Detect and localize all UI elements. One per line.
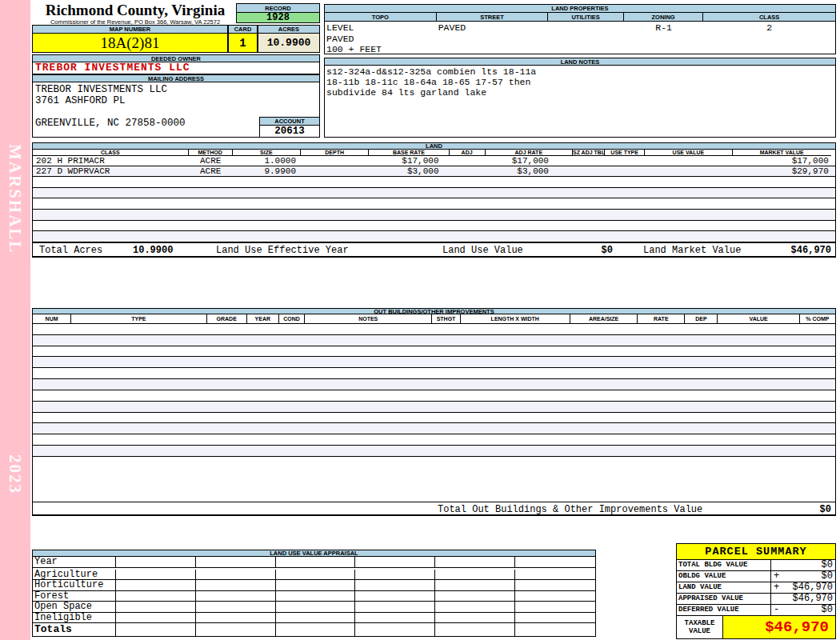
lua-cell bbox=[116, 570, 196, 580]
ob-col-dep: DEP bbox=[685, 314, 718, 324]
summary-row: DEFERRED VALUE -$0 bbox=[677, 605, 835, 616]
account-label: ACCOUNT bbox=[259, 117, 320, 126]
lua-cell bbox=[355, 570, 435, 580]
address-line: 3761 ASHFORD PL bbox=[35, 95, 319, 106]
parcel-summary-title: PARCEL SUMMARY bbox=[677, 544, 835, 560]
land-col-size: SIZE bbox=[233, 150, 301, 156]
land-row: 202 H PRIMACR ACRE 1.0000 $17,000 $17,00… bbox=[32, 156, 836, 166]
land-properties-section: LAND PROPERTIES TOPO STREET UTILITIES ZO… bbox=[324, 4, 836, 54]
row-value: $0 bbox=[822, 560, 833, 570]
lua-cell bbox=[196, 570, 276, 580]
effective-year-label: Land Use Effective Year bbox=[216, 244, 349, 258]
lua-label: Totals bbox=[33, 623, 116, 636]
col-street: STREET bbox=[437, 13, 549, 22]
cell-use-value bbox=[645, 166, 732, 176]
lua-row-open-space: Open Space bbox=[33, 602, 595, 613]
lua-cell bbox=[355, 613, 435, 623]
land-notes-section: LAND NOTES s12-324a-d&s12-325a combien l… bbox=[324, 58, 836, 138]
deeded-owner-value: TREBOR INVESTMENTS LLC bbox=[32, 62, 320, 74]
row-value: $46,970 bbox=[793, 594, 833, 604]
card-label: CARD bbox=[228, 25, 258, 34]
lua-cell bbox=[276, 602, 356, 613]
cell-adj bbox=[450, 156, 486, 166]
ob-col-year: YEAR bbox=[247, 314, 279, 324]
ob-col-num: NUM bbox=[33, 314, 71, 324]
lua-cell bbox=[515, 580, 595, 591]
land-table-section: LAND CLASS METHOD SIZE DEPTH BASE RATE A… bbox=[32, 142, 836, 258]
side-band: MARSHALL 2023 bbox=[0, 0, 30, 640]
lua-cell bbox=[116, 591, 196, 602]
lua-label: Horticulture bbox=[33, 580, 116, 591]
out-buildings-section: OUT BUILDINGS/OTHER IMPROVEMENTS NUM TYP… bbox=[32, 308, 836, 516]
lua-cell bbox=[196, 623, 276, 636]
lua-cell bbox=[355, 623, 435, 636]
ob-col-rate: RATE bbox=[638, 314, 685, 324]
row-label: LAND VALUE bbox=[677, 582, 771, 593]
land-col-sz-adj-tbl: SZ ADJ TBL bbox=[573, 150, 605, 156]
lua-cell bbox=[515, 591, 595, 602]
lua-cell bbox=[116, 557, 196, 568]
land-notes-title: LAND NOTES bbox=[324, 58, 836, 66]
cell-class: 227 D WDPRVACR bbox=[33, 166, 189, 176]
col-utilities: UTILITIES bbox=[548, 13, 623, 22]
lua-cell bbox=[435, 557, 515, 568]
land-properties-title: LAND PROPERTIES bbox=[324, 4, 836, 13]
ob-col-grade: GRADE bbox=[207, 314, 247, 324]
ob-col-cond: COND bbox=[279, 314, 305, 324]
card-value: 1 bbox=[228, 34, 258, 53]
col-topo: TOPO bbox=[325, 13, 437, 22]
county-header: Richmond County, Virginia Commissioner o… bbox=[35, 2, 235, 26]
cell-adj bbox=[450, 166, 486, 176]
land-col-market-value: MARKET VALUE bbox=[733, 150, 831, 156]
land-properties-values: LEVEL PAVED 100 + FEET PAVED R-1 2 bbox=[324, 22, 836, 54]
land-properties-columns: TOPO STREET UTILITIES ZONING CLASS bbox=[324, 13, 836, 22]
ob-col-notes: NOTES bbox=[305, 314, 432, 324]
ob-col-pct-comp: % COMP bbox=[800, 314, 835, 324]
lua-cell bbox=[355, 580, 435, 591]
street-value: PAVED bbox=[437, 22, 549, 56]
out-buildings-total-label: Total Out Buildings & Other Improvements… bbox=[438, 503, 702, 516]
zoning-value: R-1 bbox=[624, 22, 704, 56]
lua-cell bbox=[276, 591, 356, 602]
map-number-label: MAP NUMBER bbox=[32, 25, 228, 34]
total-acres-value: 10.9900 bbox=[133, 244, 173, 258]
land-col-use-type: USE TYPE bbox=[605, 150, 645, 156]
lua-row-year: Year bbox=[33, 557, 595, 568]
land-col-use-value: USE VALUE bbox=[645, 150, 732, 156]
cell-size: 1.0000 bbox=[233, 156, 301, 166]
lua-cell bbox=[435, 580, 515, 591]
lua-cell bbox=[515, 623, 595, 636]
total-acres-label: Total Acres bbox=[39, 244, 102, 258]
lua-cell bbox=[355, 557, 435, 568]
lua-row-totals: Totals bbox=[33, 623, 595, 636]
map-number-value: 18A(2)81 bbox=[32, 34, 228, 53]
summary-row: APPRAISED VALUE $46,970 bbox=[677, 594, 835, 605]
land-use-value: $0 bbox=[602, 244, 613, 258]
tax-year-watermark: 2023 bbox=[5, 454, 25, 494]
record-number: 1928 bbox=[236, 13, 320, 23]
row-label: APPRAISED VALUE bbox=[677, 594, 771, 604]
lua-cell bbox=[515, 557, 595, 568]
lua-cell bbox=[515, 613, 595, 623]
row-sign: - bbox=[774, 605, 779, 615]
out-buildings-blank-area bbox=[32, 457, 836, 502]
address-line bbox=[35, 106, 319, 118]
ob-col-value: VALUE bbox=[718, 314, 799, 324]
land-col-adj-rate: ADJ RATE bbox=[486, 150, 573, 156]
lua-cell bbox=[435, 623, 515, 636]
cell-method: ACRE bbox=[189, 166, 233, 176]
land-col-depth: DEPTH bbox=[301, 150, 369, 156]
ob-col-area-size: AREA/SIZE bbox=[570, 314, 638, 324]
cell-use-type bbox=[605, 156, 645, 166]
cell-sz-adj-tbl bbox=[573, 156, 605, 166]
property-record-card: MARSHALL 2023 Richmond County, Virginia … bbox=[0, 0, 840, 640]
lua-row-agriculture: Agriculture bbox=[33, 570, 595, 580]
vendor-watermark: MARSHALL bbox=[5, 144, 25, 254]
cell-base-rate: $3,000 bbox=[369, 166, 449, 176]
row-sign: + bbox=[774, 582, 779, 593]
land-table-title: LAND bbox=[32, 142, 836, 150]
row-value: $0 bbox=[822, 605, 833, 615]
cell-sz-adj-tbl bbox=[573, 166, 605, 176]
lua-cell bbox=[196, 613, 276, 623]
taxable-value-row: TAXABLE VALUE $46,970 bbox=[677, 616, 835, 638]
